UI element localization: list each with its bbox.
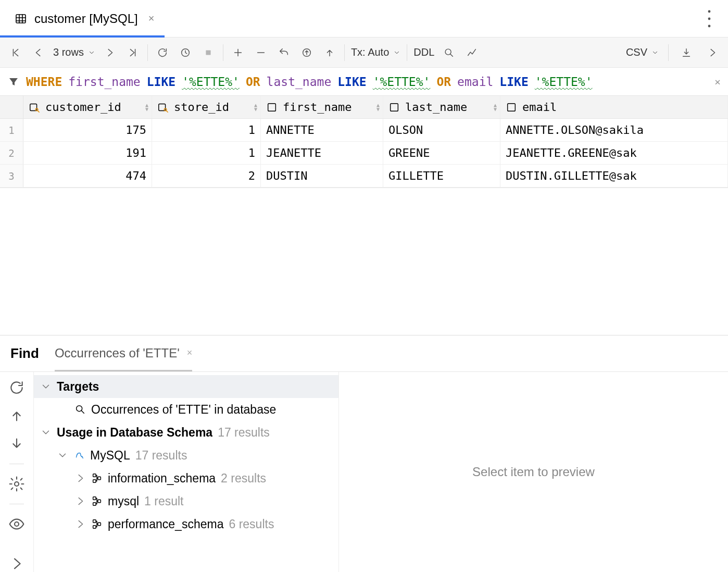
gutter-header[interactable] xyxy=(0,96,23,118)
submit-button[interactable] xyxy=(295,41,318,64)
chevron-right-icon[interactable] xyxy=(74,518,86,530)
tab-active-indicator xyxy=(0,35,165,38)
svg-point-16 xyxy=(15,522,19,526)
column-header-first-name[interactable]: first_name ▲▼ xyxy=(261,96,383,118)
reload-button[interactable] xyxy=(151,41,174,64)
svg-rect-19 xyxy=(93,480,96,483)
expand-tree-button[interactable] xyxy=(8,555,25,572)
tx-mode-dropdown[interactable]: Tx: Auto xyxy=(348,46,404,58)
upload-button[interactable] xyxy=(318,41,341,64)
chart-button[interactable] xyxy=(460,41,483,64)
cell-customer-id[interactable]: 474 xyxy=(23,165,152,187)
find-sidebar xyxy=(0,372,34,572)
next-page-button[interactable] xyxy=(98,41,121,64)
sort-icon[interactable]: ▲▼ xyxy=(376,103,380,111)
tree-node-usage[interactable]: Usage in Database Schema 17 results xyxy=(34,421,338,444)
row-number[interactable]: 3 xyxy=(0,165,23,187)
cell-email[interactable]: JEANETTE.GREENE@sak xyxy=(500,142,728,164)
prev-occurrence-button[interactable] xyxy=(8,407,25,424)
remove-row-button[interactable] xyxy=(249,41,272,64)
close-icon[interactable]: × xyxy=(187,347,193,358)
sort-icon[interactable]: ▲▼ xyxy=(145,103,148,111)
tree-node-occurrences[interactable]: Occurrences of 'ETTE' in database xyxy=(34,398,338,421)
search-button[interactable] xyxy=(437,41,460,64)
settings-button[interactable] xyxy=(8,476,25,492)
export-format-dropdown[interactable]: CSV xyxy=(623,46,662,58)
cell-first-name[interactable]: JEANETTE xyxy=(261,142,383,164)
tree-node-mysql-db[interactable]: mysql 1 result xyxy=(34,490,338,513)
cell-store-id[interactable]: 1 xyxy=(152,142,261,164)
tree-node-targets[interactable]: Targets xyxy=(34,375,338,398)
cell-email[interactable]: DUSTIN.GILLETTE@sak xyxy=(500,165,728,187)
svg-rect-14 xyxy=(508,103,516,111)
tree-node-mysql[interactable]: MySQL 17 results xyxy=(34,444,338,467)
cell-customer-id[interactable]: 175 xyxy=(23,119,152,141)
filter-icon xyxy=(7,76,20,88)
column-label: email xyxy=(522,101,557,114)
expand-button[interactable] xyxy=(701,41,724,64)
cell-store-id[interactable]: 1 xyxy=(152,119,261,141)
row-number[interactable]: 1 xyxy=(0,119,23,141)
column-header-last-name[interactable]: last_name ▲▼ xyxy=(383,96,500,118)
next-occurrence-button[interactable] xyxy=(8,436,25,452)
table-row[interactable]: 2 191 1 JEANETTE GREENE JEANETTE.GREENE@… xyxy=(0,142,728,165)
node-count: 17 results xyxy=(218,426,270,440)
rows-dropdown[interactable]: 3 rows xyxy=(50,46,98,58)
cell-email[interactable]: ANNETTE.OLSON@sakila xyxy=(500,119,728,141)
table-row[interactable]: 3 474 2 DUSTIN GILLETTE DUSTIN.GILLETTE@… xyxy=(0,165,728,188)
svg-point-2 xyxy=(708,17,711,20)
rerun-button[interactable] xyxy=(8,379,25,396)
svg-rect-23 xyxy=(98,500,101,503)
cell-first-name[interactable]: ANNETTE xyxy=(261,119,383,141)
revert-button[interactable] xyxy=(272,41,295,64)
find-tab-occurrences[interactable]: Occurrences of 'ETTE' × xyxy=(55,346,192,362)
chevron-right-icon[interactable] xyxy=(74,472,86,484)
column-header-email[interactable]: email xyxy=(500,96,728,118)
cell-last-name[interactable]: GILLETTE xyxy=(383,165,500,187)
clear-filter-button[interactable]: × xyxy=(714,76,721,88)
cell-customer-id[interactable]: 191 xyxy=(23,142,152,164)
node-count: 17 results xyxy=(135,449,187,463)
chevron-down-icon[interactable] xyxy=(57,450,68,461)
last-page-button[interactable] xyxy=(121,41,144,64)
add-row-button[interactable] xyxy=(227,41,249,64)
svg-point-3 xyxy=(708,24,711,27)
chevron-right-icon[interactable] xyxy=(74,495,86,507)
cell-store-id[interactable]: 2 xyxy=(152,165,261,187)
first-page-button[interactable] xyxy=(4,41,27,64)
schema-icon xyxy=(91,472,103,484)
tree-node-information-schema[interactable]: information_schema 2 results xyxy=(34,467,338,490)
find-tab-main[interactable]: Find xyxy=(10,345,39,362)
download-button[interactable] xyxy=(675,41,698,64)
chevron-down-icon[interactable] xyxy=(40,427,52,438)
find-panel: Find Occurrences of 'ETTE' × xyxy=(0,335,728,572)
sort-icon[interactable]: ▲▼ xyxy=(494,103,497,111)
column-header-customer-id[interactable]: customer_id ▲▼ xyxy=(23,96,152,118)
svg-rect-18 xyxy=(93,474,96,477)
svg-rect-21 xyxy=(93,497,96,500)
cell-last-name[interactable]: OLSON xyxy=(383,119,500,141)
filter-sql: WHERE first_name LIKE '%ETTE%' OR last_n… xyxy=(26,75,593,89)
pending-button[interactable] xyxy=(174,41,197,64)
cell-last-name[interactable]: GREENE xyxy=(383,142,500,164)
table-row[interactable]: 1 175 1 ANNETTE OLSON ANNETTE.OLSON@saki… xyxy=(0,119,728,142)
more-button[interactable] xyxy=(697,0,722,37)
find-tab-label: Occurrences of 'ETTE' xyxy=(55,346,180,360)
ddl-button[interactable]: DDL xyxy=(410,46,437,58)
svg-rect-26 xyxy=(98,523,101,526)
node-label: Occurrences of 'ETTE' in database xyxy=(91,403,276,417)
tab-customer[interactable]: customer [MySQL] × xyxy=(0,0,165,37)
column-header-store-id[interactable]: store_id ▲▼ xyxy=(152,96,261,118)
column-label: first_name xyxy=(283,101,352,114)
sort-icon[interactable]: ▲▼ xyxy=(254,103,257,111)
stop-button[interactable] xyxy=(197,41,220,64)
editor-tabbar: customer [MySQL] × xyxy=(0,0,728,38)
tree-node-performance-schema[interactable]: performance_schema 6 results xyxy=(34,513,338,536)
preview-toggle-button[interactable] xyxy=(8,516,25,532)
chevron-down-icon[interactable] xyxy=(40,381,52,392)
cell-first-name[interactable]: DUSTIN xyxy=(261,165,383,187)
filter-bar[interactable]: WHERE first_name LIKE '%ETTE%' OR last_n… xyxy=(0,68,728,96)
close-icon[interactable]: × xyxy=(148,13,155,24)
prev-page-button[interactable] xyxy=(27,41,50,64)
row-number[interactable]: 2 xyxy=(0,142,23,164)
